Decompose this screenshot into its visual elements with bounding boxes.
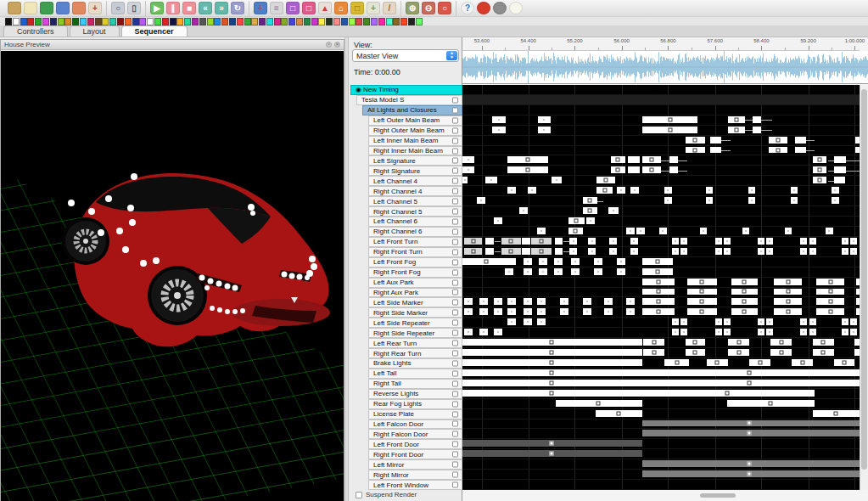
effect-block[interactable] <box>706 187 713 194</box>
track-row-right-tail[interactable]: Right Tail <box>368 379 462 389</box>
save-as-sequence-icon[interactable] <box>72 2 86 14</box>
effect-block[interactable] <box>464 298 473 305</box>
suspend-render-checkbox[interactable] <box>356 492 362 498</box>
track-checkbox[interactable] <box>452 189 458 194</box>
track-checkbox[interactable] <box>452 341 458 346</box>
grid-row-right-front-door[interactable] <box>462 449 860 459</box>
pin-icon[interactable]: ▫ <box>326 42 332 48</box>
effect-block[interactable] <box>554 268 563 275</box>
effect-block[interactable] <box>617 187 625 194</box>
effect-block[interactable] <box>537 298 546 305</box>
record-icon[interactable] <box>477 2 490 14</box>
track-row-left-front-turn[interactable]: Left Front Turn <box>368 237 462 247</box>
effect-block[interactable] <box>539 268 547 275</box>
effect-block[interactable] <box>626 308 635 315</box>
grid-row-new-timing[interactable] <box>462 85 860 95</box>
horizontal-scrollbar[interactable] <box>462 490 868 501</box>
grid-row-left-channel-6[interactable] <box>462 217 860 227</box>
effect-block[interactable] <box>806 140 815 141</box>
effect-block[interactable] <box>724 238 731 245</box>
effect-block[interactable] <box>715 318 722 325</box>
grid-row-right-channel-4[interactable] <box>462 186 860 196</box>
effect-block[interactable] <box>809 318 816 325</box>
effect-block[interactable] <box>846 171 860 172</box>
grid-row-right-side-marker[interactable] <box>462 307 860 318</box>
grid-row-left-rear-turn[interactable] <box>462 338 860 348</box>
track-row-right-side-repeater[interactable]: Right Side Repeater <box>368 328 462 338</box>
effect-block[interactable] <box>769 137 787 144</box>
effect-block[interactable] <box>522 248 530 255</box>
house-preview-icon[interactable]: ⌂ <box>334 2 348 14</box>
effect-block[interactable] <box>856 308 860 315</box>
effect-block[interactable] <box>795 137 806 144</box>
effect-block[interactable] <box>728 339 749 346</box>
effect-block[interactable] <box>724 329 731 335</box>
vertical-scrollbar[interactable] <box>860 85 868 490</box>
effect-block[interactable] <box>669 166 678 173</box>
grid-row-left-inner-main-beam[interactable] <box>462 136 860 146</box>
effect-block[interactable] <box>604 308 613 315</box>
effect-block[interactable] <box>809 238 816 245</box>
track-checkbox[interactable] <box>452 279 458 285</box>
track-checkbox[interactable] <box>452 127 458 133</box>
track-row-right-mirror[interactable]: Right Mirror <box>368 470 462 480</box>
effect-block[interactable] <box>769 147 787 154</box>
track-row-left-mirror[interactable]: Left Mirror <box>368 459 462 470</box>
timing-active-radio[interactable]: ◉ <box>356 87 361 93</box>
effect-block[interactable] <box>731 279 758 285</box>
effect-preset-icon[interactable] <box>27 18 34 25</box>
effect-block[interactable] <box>583 197 597 204</box>
grid-row-right-outer-main-beam[interactable] <box>462 126 860 136</box>
effect-block[interactable] <box>464 238 483 245</box>
effect-preset-icon[interactable] <box>147 18 154 25</box>
show-folder-icon[interactable] <box>8 2 21 14</box>
track-checkbox[interactable] <box>452 148 458 154</box>
effect-preset-icon[interactable] <box>64 18 71 25</box>
effect-block[interactable] <box>728 116 745 123</box>
track-row-left-outer-main-beam[interactable]: Left Outer Main Beam <box>368 115 462 126</box>
grid-row-right-tail[interactable] <box>462 379 860 389</box>
effect-block[interactable] <box>766 248 773 255</box>
track-checkbox[interactable] <box>452 360 458 366</box>
track-checkbox[interactable] <box>452 442 458 448</box>
effect-preset-icon[interactable] <box>125 18 132 25</box>
model-preview-icon[interactable]: □ <box>350 2 364 14</box>
effect-block[interactable] <box>706 197 713 204</box>
effect-preset-icon[interactable] <box>363 18 370 25</box>
effect-preset-icon[interactable] <box>244 18 251 25</box>
effect-preset-icon[interactable] <box>229 18 236 25</box>
track-row-left-front-door[interactable]: Left Front Door <box>368 439 462 449</box>
effect-block[interactable] <box>855 147 860 154</box>
effect-block[interactable] <box>643 339 664 346</box>
grid-row-right-inner-main-beam[interactable] <box>462 146 860 156</box>
effect-block[interactable] <box>556 400 642 407</box>
effect-block[interactable] <box>758 329 764 335</box>
grid-row-left-front-turn[interactable] <box>462 237 860 247</box>
effect-block[interactable] <box>774 298 802 305</box>
zoom-in-icon[interactable]: ⊕ <box>406 2 419 14</box>
effect-block[interactable] <box>594 268 602 275</box>
grid-row-right-falcon-door[interactable] <box>462 429 860 439</box>
track-checkbox[interactable] <box>452 117 458 123</box>
track-row-all-lights-and-closures[interactable]: All Lights and Closures <box>362 105 462 115</box>
effect-preset-icon[interactable] <box>50 18 57 25</box>
track-checkbox[interactable] <box>452 482 458 488</box>
effect-block[interactable] <box>680 318 687 325</box>
tab-layout[interactable]: Layout <box>70 25 120 37</box>
effect-block[interactable] <box>630 187 639 194</box>
track-checkbox[interactable] <box>452 228 458 234</box>
effect-preset-icon[interactable] <box>58 18 64 25</box>
grid-row-left-mirror[interactable] <box>462 459 860 470</box>
effect-preset-icon[interactable] <box>109 18 116 25</box>
effect-block[interactable] <box>485 177 497 183</box>
track-checkbox[interactable] <box>452 462 458 468</box>
effect-block[interactable] <box>462 166 474 173</box>
effect-block[interactable] <box>710 137 721 144</box>
effect-block[interactable] <box>507 298 516 305</box>
effect-block[interactable] <box>850 318 857 325</box>
effect-block[interactable] <box>555 248 563 255</box>
effect-block[interactable] <box>462 156 474 163</box>
track-row-right-front-turn[interactable]: Right Front Turn <box>368 247 462 257</box>
effect-block[interactable] <box>686 349 705 356</box>
effect-block[interactable] <box>813 339 834 346</box>
